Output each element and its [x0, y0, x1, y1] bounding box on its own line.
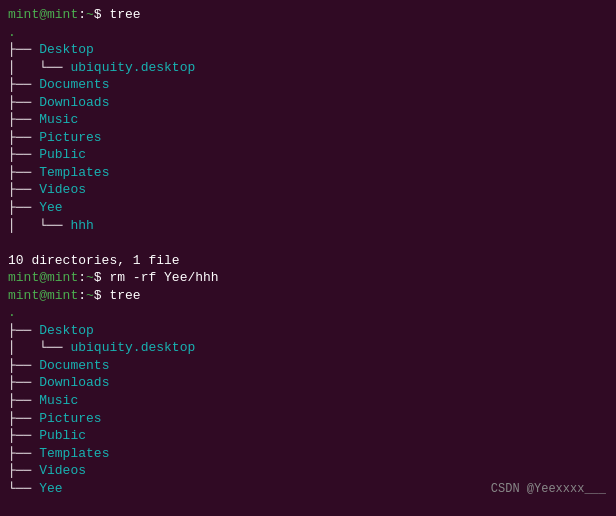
- terminal-line: 10 directories, 1 file: [8, 252, 608, 270]
- terminal-line: ├── Public: [8, 427, 608, 445]
- terminal-line: ├── Desktop: [8, 322, 608, 340]
- terminal-line: ├── Videos: [8, 462, 608, 480]
- terminal-line: ├── Desktop: [8, 41, 608, 59]
- watermark: CSDN @Yeexxxx___: [491, 482, 606, 496]
- terminal-line: .: [8, 24, 608, 42]
- terminal-line: ├── Templates: [8, 164, 608, 182]
- terminal-line: [8, 497, 608, 515]
- terminal-line: ├── Pictures: [8, 129, 608, 147]
- terminal-line: mint@mint:~$ tree: [8, 287, 608, 305]
- terminal-line: │ └── ubiquity.desktop: [8, 339, 608, 357]
- terminal-line: ├── Templates: [8, 445, 608, 463]
- terminal-line: mint@mint:~$ tree: [8, 6, 608, 24]
- terminal-line: ├── Yee: [8, 199, 608, 217]
- terminal-line: ├── Downloads: [8, 374, 608, 392]
- terminal-line: ├── Public: [8, 146, 608, 164]
- terminal-line: mint@mint:~$ rm -rf Yee/hhh: [8, 269, 608, 287]
- terminal-line: ├── Downloads: [8, 94, 608, 112]
- terminal-line: ├── Music: [8, 111, 608, 129]
- terminal-content: mint@mint:~$ tree.├── Desktop│ └── ubiqu…: [8, 6, 608, 516]
- terminal-line: ├── Videos: [8, 181, 608, 199]
- terminal-window: mint@mint:~$ tree.├── Desktop│ └── ubiqu…: [0, 0, 616, 516]
- terminal-line: │ └── hhh: [8, 217, 608, 235]
- terminal-line: ├── Documents: [8, 357, 608, 375]
- terminal-line: [8, 234, 608, 252]
- terminal-line: ├── Documents: [8, 76, 608, 94]
- terminal-line: ├── Music: [8, 392, 608, 410]
- terminal-line: ├── Pictures: [8, 410, 608, 428]
- terminal-line: .: [8, 304, 608, 322]
- terminal-line: │ └── ubiquity.desktop: [8, 59, 608, 77]
